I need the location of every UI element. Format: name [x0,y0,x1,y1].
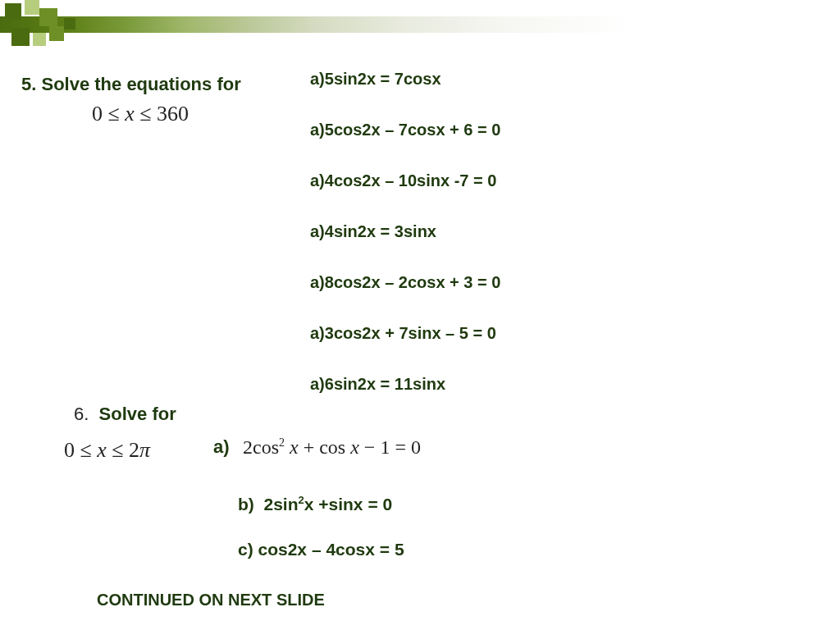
pixel-square [64,18,75,30]
equation-item: a)4sin2x = 3sinx [310,223,500,240]
equation-item: a)8cos2x – 2cosx + 3 = 0 [310,274,500,290]
question-5-equations: a)5sin2x = 7cosx a)5cos2x – 7cosx + 6 = … [310,71,500,427]
equation-item: a)3cos2x + 7sinx – 5 = 0 [310,325,500,341]
question-6a-equation: 2cos2 x + cos x − 1 = 0 [243,436,421,459]
decoration-bar [0,0,840,51]
question-5-range: 0 ≤ x ≤ 360 [92,102,189,126]
question-6-number: 6. [74,404,89,424]
question-6a-label: a) [213,436,230,458]
question-6c: c) cos2x – 4cosx = 5 [238,540,404,559]
slide-content: 5. Solve the equations for 0 ≤ x ≤ 360 a… [0,66,840,630]
question-6-range: 0 ≤ x ≤ 2π [64,438,150,463]
pixel-square [5,3,21,20]
continued-note: CONTINUED ON NEXT SLIDE [97,591,325,609]
pixel-square [33,33,46,46]
equation-item: a)5sin2x = 7cosx [310,71,500,87]
pixel-square [25,0,39,15]
question-6b: b) 2sin2x +sinx = 0 [238,494,392,514]
equation-item: a)4cos2x – 10sinx -7 = 0 [310,172,500,189]
pixel-square [11,28,30,46]
question-6-text: Solve for [99,404,176,424]
slide-root: 5. Solve the equations for 0 ≤ x ≤ 360 a… [0,0,840,630]
equation-item: a)6sin2x = 11sinx [310,376,500,392]
gradient-strip [0,16,840,33]
question-5-title: 5. Solve the equations for [21,74,241,95]
equation-item: a)5cos2x – 7cosx + 6 = 0 [310,121,500,138]
pixel-square [49,26,64,41]
pixel-square [39,8,57,26]
question-6-title: 6. Solve for [74,404,176,425]
